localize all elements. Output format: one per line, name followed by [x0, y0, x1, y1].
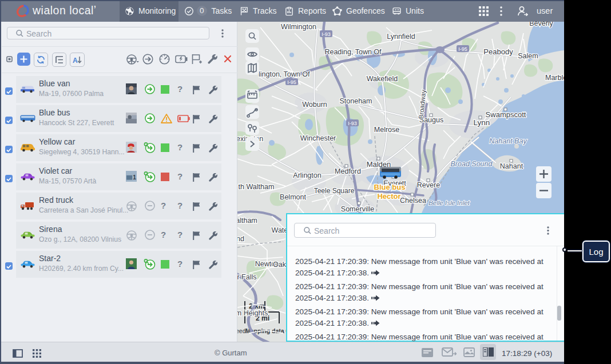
- svg-text:Teele Square: Teele Square: [314, 187, 355, 195]
- svg-text:Arlington: Arlington: [293, 171, 321, 179]
- svg-text:Hector: Hector: [377, 192, 400, 201]
- svg-text:Broad Sound: Broad Sound: [451, 160, 493, 168]
- svg-text:Wakefield: Wakefield: [367, 75, 398, 83]
- svg-text:m Heights: m Heights: [237, 309, 268, 317]
- svg-text:Belle Isle Inlet: Belle Isle Inlet: [429, 199, 470, 206]
- svg-text:Nahant Bay: Nahant Bay: [489, 137, 527, 145]
- svg-text:Reading, Town Of: Reading, Town Of: [324, 48, 382, 56]
- svg-text:Blue bus: Blue bus: [374, 183, 406, 191]
- svg-text:Medford: Medford: [335, 167, 361, 175]
- svg-text:th Waltham: th Waltham: [239, 183, 275, 191]
- svg-text:Belmont: Belmont: [280, 193, 306, 201]
- svg-text:I-95: I-95: [458, 46, 467, 52]
- svg-text:Beverly: Beverly: [529, 22, 553, 27]
- svg-text:I-93: I-93: [322, 31, 331, 37]
- svg-text:Marble: Marble: [545, 74, 564, 82]
- svg-text:er Falls: er Falls: [237, 273, 256, 281]
- svg-text:Woburn: Woburn: [302, 101, 327, 109]
- svg-text:Lynn: Lynn: [474, 118, 490, 127]
- svg-text:Lynnfield: Lynnfield: [387, 33, 415, 41]
- svg-text:Swampscott: Swampscott: [486, 110, 526, 119]
- svg-text:Somerville: Somerville: [341, 205, 374, 213]
- svg-text:eed: eed: [237, 327, 246, 334]
- svg-text:1: 1: [133, 174, 136, 181]
- svg-text:Melrose: Melrose: [374, 126, 400, 134]
- svg-text:Revere: Revere: [417, 181, 440, 189]
- svg-text:Peabody: Peabody: [483, 47, 513, 56]
- svg-text:A: A: [73, 57, 78, 64]
- svg-text:nd: nd: [237, 235, 244, 243]
- svg-text:I-93: I-93: [348, 121, 357, 126]
- svg-text:Stoneham: Stoneham: [340, 97, 372, 105]
- svg-text:altham: altham: [237, 217, 257, 225]
- svg-text:Salem: Salem: [518, 52, 538, 60]
- svg-text:Nahant: Nahant: [500, 162, 523, 170]
- svg-text:Wilmington: Wilmington: [281, 23, 316, 31]
- svg-text:lington, Town Of: lington, Town Of: [259, 70, 310, 78]
- svg-text:Chelsea: Chelsea: [400, 197, 426, 205]
- svg-text:I-95: I-95: [287, 79, 296, 85]
- svg-text:Winchester: Winchester: [300, 134, 336, 142]
